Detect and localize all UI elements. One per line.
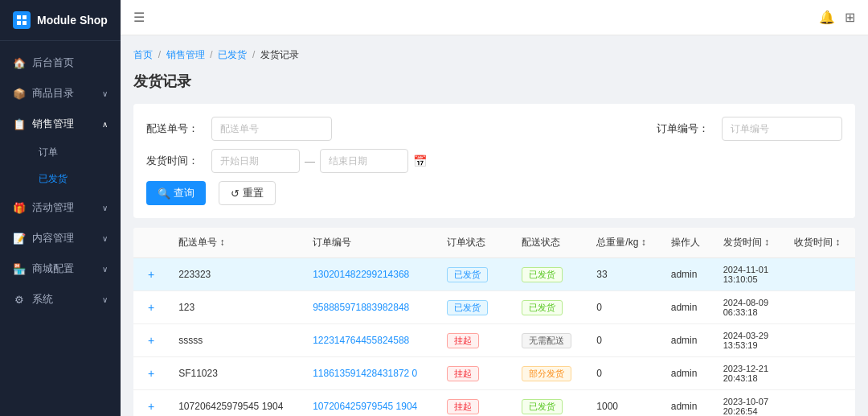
row-weight: 1000 [587,390,661,417]
table-row: + 107206425979545 1904 107206425979545 1… [133,390,855,417]
table-row: + 123 958885971883982848 已发货 已发货 0 admin… [133,291,855,324]
row-expand[interactable]: + [133,258,169,291]
svg-rect-2 [17,21,21,25]
row-expand[interactable]: + [133,357,169,390]
col-order-no[interactable]: 订单编号 [303,228,437,258]
sidebar-item-content-label: 内容管理 [32,231,74,245]
filter-row-buttons: 🔍 查询 ↺ 重置 [146,181,842,205]
col-operator[interactable]: 操作人 [661,228,714,258]
table-row: + sssss 122314764455824588 挂起 无需配送 0 adm… [133,324,855,357]
row-order-status: 已发货 [437,291,512,324]
promotions-arrow: ∨ [102,204,108,212]
breadcrumb-current: 发货记录 [260,49,299,60]
row-order-status: 挂起 [437,324,512,357]
row-shipping-no: SF11023 [169,357,303,390]
sidebar-item-content[interactable]: 📝 内容管理 ∨ [0,223,121,253]
breadcrumb-sales[interactable]: 销售管理 [166,49,205,60]
col-weight[interactable]: 总重量/kg ↕ [587,228,661,258]
col-expand [133,228,169,258]
sidebar-item-sales[interactable]: 📋 销售管理 ∧ [0,109,121,139]
search-icon: 🔍 [158,187,170,200]
row-ship-time: 2023-10-07 20:26:54 [714,390,784,417]
topbar: ☰ 🔔 ⊞ [121,0,868,35]
end-date-input[interactable] [320,149,408,173]
row-ship-time: 2024-08-09 06:33:18 [714,291,784,324]
calendar-icon: 📅 [413,154,427,167]
table-row: + 223323 130201482299214368 已发货 已发货 33 a… [133,258,855,291]
products-icon: 📦 [13,87,26,100]
breadcrumb: 首页 / 销售管理 / 已发货 / 发货记录 [133,48,855,62]
col-shipping-no[interactable]: 配送单号 ↕ [169,228,303,258]
sidebar-item-products-label: 商品目录 [32,86,74,101]
bell-icon[interactable]: 🔔 [819,10,835,25]
sidebar-item-system[interactable]: ⚙ 系统 ∨ [0,284,121,315]
col-delivery-status[interactable]: 配送状态 [512,228,587,258]
row-delivery-status: 无需配送 [512,324,587,357]
reset-button[interactable]: ↺ 重置 [219,181,276,205]
date-range: — 📅 [211,149,427,173]
row-delivery-status: 已发货 [512,291,587,324]
row-order-status: 已发货 [437,258,512,291]
row-operator: admin [661,324,714,357]
row-weight: 0 [587,357,661,390]
filter-row-1: 配送单号： 订单编号： [146,117,842,141]
sidebar-item-orders[interactable]: 订单 [26,139,121,166]
collapse-button[interactable]: ☰ [133,10,145,25]
system-arrow: ∨ [102,295,108,304]
row-expand[interactable]: + [133,324,169,357]
col-order-status[interactable]: 订单状态 [437,228,512,258]
table-row: + SF11023 118613591428431872 0 挂起 部分发货 0… [133,357,855,390]
filter-row-2: 发货时间： — 📅 [146,149,842,173]
row-expand[interactable]: + [133,390,169,417]
row-expand[interactable]: + [133,291,169,324]
row-order-no[interactable]: 130201482299214368 [303,258,437,291]
row-order-status: 挂起 [437,357,512,390]
row-operator: admin [661,258,714,291]
shipping-no-input[interactable] [211,117,332,141]
shop-icon: 🏪 [13,262,26,275]
row-receive-time [784,390,855,417]
row-receive-time [784,291,855,324]
search-button[interactable]: 🔍 查询 [146,181,206,205]
breadcrumb-shipped[interactable]: 已发货 [218,49,247,60]
row-order-no[interactable]: 118613591428431872 0 [303,357,437,390]
row-order-no[interactable]: 122314764455824588 [303,324,437,357]
row-delivery-status: 已发货 [512,258,587,291]
grid-icon[interactable]: ⊞ [845,10,855,25]
row-order-no[interactable]: 107206425979545 1904 [303,390,437,417]
table-header: 配送单号 ↕ 订单编号 订单状态 配送状态 总重量/kg ↕ 操作人 发货时间 … [133,228,855,258]
svg-rect-0 [17,15,21,19]
col-ship-time[interactable]: 发货时间 ↕ [714,228,784,258]
content-arrow: ∨ [102,234,108,243]
app-logo: Module Shop [0,0,121,41]
start-date-input[interactable] [211,149,300,173]
sales-arrow: ∧ [102,120,108,129]
row-operator: admin [661,357,714,390]
row-ship-time: 2024-11-01 13:10:05 [714,258,784,291]
shipping-no-label: 配送单号： [146,122,199,136]
row-weight: 0 [587,324,661,357]
sidebar-item-home[interactable]: 🏠 后台首页 [0,47,121,78]
breadcrumb-home[interactable]: 首页 [133,49,153,60]
sidebar-item-promotions[interactable]: 🎁 活动管理 ∨ [0,192,121,223]
data-table: 配送单号 ↕ 订单编号 订单状态 配送状态 总重量/kg ↕ 操作人 发货时间 … [133,228,855,416]
row-receive-time [784,258,855,291]
sidebar: Module Shop 🏠 后台首页 📦 商品目录 ∨ 📋 销售管理 ∧ 订单 … [0,0,121,416]
sales-submenu: 订单 已发货 [0,139,121,192]
sidebar-item-products[interactable]: 📦 商品目录 ∨ [0,78,121,109]
row-shipping-no: 223323 [169,258,303,291]
content-icon: 📝 [13,232,26,245]
reset-icon: ↺ [231,187,240,200]
shop-arrow: ∨ [102,265,108,274]
sidebar-item-shop[interactable]: 🏪 商城配置 ∨ [0,253,121,284]
order-no-input[interactable] [722,117,842,141]
col-receive-time[interactable]: 收货时间 ↕ [784,228,855,258]
sidebar-item-shipped[interactable]: 已发货 [26,166,121,192]
home-icon: 🏠 [13,56,26,69]
row-delivery-status: 已发货 [512,390,587,417]
row-operator: admin [661,390,714,417]
row-order-no[interactable]: 958885971883982848 [303,291,437,324]
sidebar-item-sales-label: 销售管理 [32,117,74,131]
row-order-status: 挂起 [437,390,512,417]
svg-rect-1 [23,15,27,19]
